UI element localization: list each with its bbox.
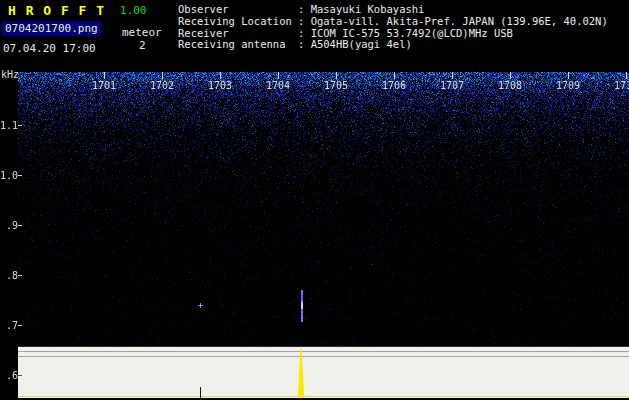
level-marker — [200, 387, 201, 398]
mode-label: meteor — [122, 26, 162, 39]
signal-level-panel — [18, 346, 629, 398]
time-tick — [336, 72, 337, 79]
frequency-label: .6 — [0, 370, 18, 381]
output-filename: 0704201700.png — [2, 21, 101, 36]
app-title: H R O F F T — [8, 3, 105, 18]
frequency-label: 1.1 — [0, 120, 18, 131]
time-label: 1702 — [148, 80, 176, 91]
frequency-tick — [18, 275, 22, 276]
time-tick — [626, 72, 627, 79]
level-baseline — [18, 396, 629, 397]
time-tick — [162, 72, 163, 79]
info-value: : Masayuki Kobayashi — [298, 3, 424, 15]
frequency-tick — [18, 325, 22, 326]
time-label: 1701 — [90, 80, 118, 91]
info-label: Receiving Location — [178, 16, 298, 28]
spectrogram-panel: 1701170217031704170517061707170817091710 — [18, 72, 629, 346]
info-value: : Ogata-vill. Akita-Pref. JAPAN (139.96E… — [298, 15, 608, 27]
frequency-label: .7 — [0, 320, 18, 331]
time-tick — [510, 72, 511, 79]
frequency-tick — [18, 225, 22, 226]
frequency-tick — [18, 125, 22, 126]
time-label: 1704 — [264, 80, 292, 91]
app-version: 1.00 — [120, 4, 147, 17]
info-value: : A504HB(yagi 4el) — [298, 38, 412, 50]
frequency-unit-label: kHz — [1, 69, 19, 80]
frequency-label: .8 — [0, 270, 18, 281]
time-label: 1706 — [380, 80, 408, 91]
time-label: 1703 — [206, 80, 234, 91]
meteor-count: 2 — [139, 39, 146, 52]
info-label: Receiving antenna — [178, 39, 298, 51]
spectrogram-canvas — [18, 72, 629, 346]
time-tick — [568, 72, 569, 79]
level-gridline — [18, 351, 629, 352]
time-label: 1709 — [554, 80, 582, 91]
frequency-label: 1.0 — [0, 170, 18, 181]
info-value: : ICOM IC-575 53.7492(@LCD)MHz USB — [298, 27, 513, 39]
frequency-label: .9 — [0, 220, 18, 231]
level-gridline — [18, 356, 629, 357]
time-tick — [104, 72, 105, 79]
frequency-tick — [18, 375, 22, 376]
time-label: 1707 — [438, 80, 466, 91]
time-tick — [220, 72, 221, 79]
time-label: 1708 — [496, 80, 524, 91]
frequency-tick — [18, 175, 22, 176]
hrofft-screen: H R O F F T 1.00 0704201700.png meteor 2… — [0, 0, 629, 400]
time-tick — [394, 72, 395, 79]
time-tick — [278, 72, 279, 79]
time-label: 1710 — [612, 80, 629, 91]
observer-info-block: Observer: Masayuki KobayashiReceiving Lo… — [178, 4, 608, 51]
info-row: Receiving antenna: A504HB(yagi 4el) — [178, 39, 608, 51]
observation-datetime: 07.04.20 17:00 — [3, 42, 96, 55]
time-label: 1705 — [322, 80, 350, 91]
time-tick — [452, 72, 453, 79]
